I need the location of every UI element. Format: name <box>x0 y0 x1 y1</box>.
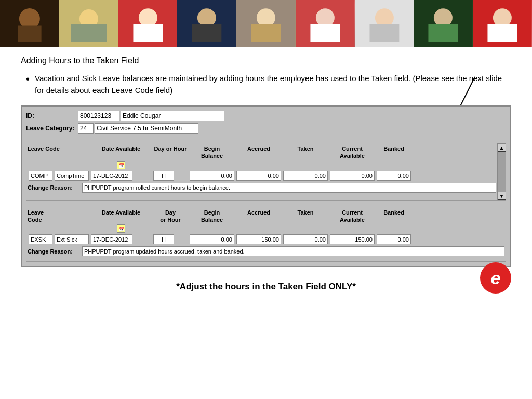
taken-input-2[interactable] <box>283 234 328 244</box>
main-content: Adding Hours to the Taken Field • Vacati… <box>0 47 532 277</box>
bullet-dot: • <box>26 73 30 85</box>
date-cell-2 <box>90 234 152 245</box>
category-label: Leave Category: <box>26 125 78 132</box>
col-taken-1: Taken <box>282 145 329 160</box>
code-input-2[interactable] <box>29 234 52 244</box>
bottom-spacer-2 <box>26 257 506 261</box>
footer-text: *Adjust the hours in the Taken Field ONL… <box>176 282 356 292</box>
svg-rect-26 <box>488 24 517 42</box>
code-cell-2 <box>28 234 54 245</box>
leave-section-1: Leave Code Date Available Day or Hour Be… <box>26 143 506 201</box>
category-row: Leave Category: <box>26 123 506 134</box>
cr-input-2[interactable] <box>82 246 504 256</box>
current-avail-cell-2 <box>329 234 376 245</box>
accrued-input-2[interactable] <box>236 234 281 244</box>
table-header-2: LeaveCode Date Available Dayor Hour Begi… <box>26 207 506 224</box>
calendar-icon-row-2: 📅 <box>26 223 506 233</box>
svg-rect-14 <box>251 24 281 42</box>
col-date-avail-1: Date Available <box>90 145 152 160</box>
bullet-item: • Vacation and Sick Leave balances are m… <box>26 73 511 96</box>
svg-rect-2 <box>18 26 42 43</box>
desc-input-2[interactable] <box>55 234 89 244</box>
col-date-avail-2: Date Available <box>90 209 152 224</box>
section-title: Adding Hours to the Taken Field <box>21 56 511 65</box>
header-photo-5 <box>236 0 296 47</box>
form-wrapper: ID: Leave Category: Leave Code <box>21 105 511 267</box>
banked-input-1[interactable] <box>377 171 411 181</box>
col-current-avail-1: CurrentAvailable <box>329 145 376 160</box>
banked-cell-2 <box>376 234 412 245</box>
header-photo-7 <box>355 0 414 47</box>
begin-bal-input-1[interactable] <box>190 171 234 181</box>
col-begin-bal-1: BeginBalance <box>189 145 235 160</box>
col-leave-code-2: LeaveCode <box>28 209 90 224</box>
svg-rect-11 <box>192 24 222 42</box>
code-cell-1 <box>28 170 54 181</box>
banked-input-2[interactable] <box>377 234 411 244</box>
taken-cell-2 <box>282 234 329 245</box>
date-input-2[interactable] <box>91 234 132 244</box>
col-banked-2: Banked <box>376 209 412 224</box>
scroll-up-button[interactable]: ▲ <box>498 143 506 152</box>
current-avail-cell-1 <box>329 170 376 181</box>
id-row: ID: <box>26 111 506 121</box>
cr-input-1[interactable] <box>82 183 496 193</box>
code-input-1[interactable] <box>29 171 52 181</box>
scroll-track <box>498 152 506 192</box>
footer: *Adjust the hours in the Taken Field ONL… <box>0 277 532 296</box>
col-accrued-2: Accrued <box>235 209 282 224</box>
hour-input-2[interactable] <box>153 234 174 244</box>
cr-label-2: Change Reason: <box>28 248 82 255</box>
col-banked-1: Banked <box>376 145 412 160</box>
change-reason-row-1: Change Reason: <box>26 182 497 194</box>
bullet-text: Vacation and Sick Leave balances are mai… <box>35 73 511 96</box>
leave-form: ID: Leave Category: Leave Code <box>21 105 511 267</box>
section-divider-1 <box>26 194 497 200</box>
calendar-icon-1[interactable]: 📅 <box>117 161 125 169</box>
taken-input-1[interactable] <box>283 171 328 181</box>
col-day-hour-1: Day or Hour <box>152 145 189 160</box>
name-input[interactable] <box>121 111 224 121</box>
scroll-down-button[interactable]: ▼ <box>498 192 506 200</box>
scrollbar: ▲ ▼ <box>497 143 506 200</box>
begin-bal-cell-1 <box>189 170 235 181</box>
calendar-icon-2[interactable]: 📅 <box>117 224 125 233</box>
col-leave-code-1: Leave Code <box>28 145 90 160</box>
begin-bal-input-2[interactable] <box>190 234 234 244</box>
logo-circle: e <box>480 262 511 294</box>
col-accrued-1: Accrued <box>235 145 282 160</box>
desc-input-1[interactable] <box>55 171 89 181</box>
accrued-cell-1 <box>235 170 282 181</box>
col-begin-bal-2: BeginBalance <box>189 209 235 224</box>
header-photo-8 <box>414 0 473 47</box>
header-photo-4 <box>177 0 236 47</box>
taken-cell-1 <box>282 170 329 181</box>
accrued-cell-2 <box>235 234 282 245</box>
current-avail-input-1[interactable] <box>330 171 375 181</box>
data-row-1 <box>26 170 497 182</box>
category-desc-input[interactable] <box>95 123 198 134</box>
header-photo-2 <box>59 0 118 47</box>
begin-bal-cell-2 <box>189 234 235 245</box>
calendar-icon-row-1: 📅 <box>26 160 497 170</box>
category-num-input[interactable] <box>78 123 94 134</box>
col-taken-2: Taken <box>282 209 329 224</box>
desc-cell-1 <box>54 170 90 181</box>
header-photo-9 <box>473 0 532 47</box>
hour-input-1[interactable] <box>153 171 174 181</box>
svg-rect-23 <box>429 24 458 42</box>
bullet-section: • Vacation and Sick Leave balances are m… <box>21 73 511 96</box>
accrued-input-1[interactable] <box>236 171 281 181</box>
current-avail-input-2[interactable] <box>330 234 375 244</box>
svg-rect-8 <box>133 24 163 42</box>
date-input-1[interactable] <box>91 171 132 181</box>
col-day-hour-2: Dayor Hour <box>152 209 189 224</box>
hour-cell-1 <box>152 170 189 181</box>
svg-rect-17 <box>310 24 340 42</box>
date-cell-1 <box>90 170 152 181</box>
logo-letter: e <box>491 268 501 288</box>
id-input[interactable] <box>78 111 119 121</box>
col-current-avail-2: CurrentAvailable <box>329 209 376 224</box>
svg-rect-20 <box>369 24 399 42</box>
banked-cell-1 <box>376 170 412 181</box>
